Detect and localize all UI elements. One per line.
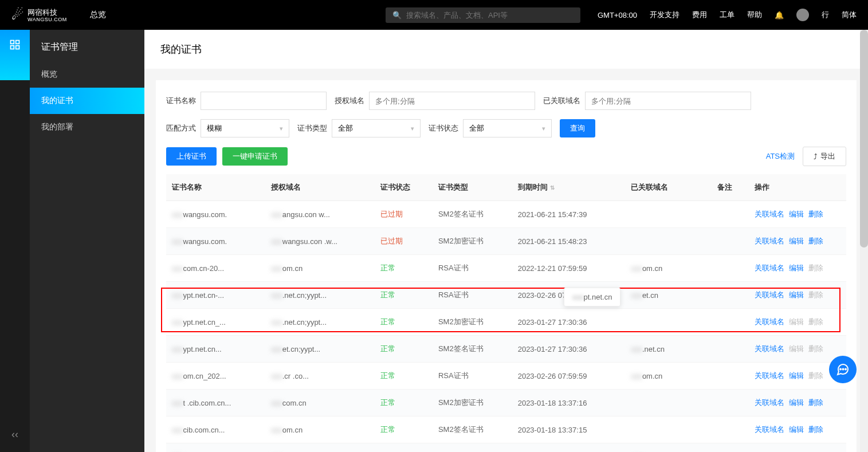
export-button[interactable]: ⤴ 导出 bbox=[803, 147, 846, 166]
collapse-icon[interactable]: ‹‹ bbox=[11, 429, 18, 441]
link-domain-action[interactable]: 关联域名 bbox=[755, 290, 784, 299]
table-row: xxxwangsu.com.xxxangsu.con w...已过期SM2签名证… bbox=[166, 201, 846, 228]
edit-action[interactable]: 编辑 bbox=[789, 425, 804, 434]
fee-link[interactable]: 费用 bbox=[692, 10, 707, 20]
table-row: xxxypt.net.cn-...xxx.net.cn;yypt...正常RSA… bbox=[166, 282, 846, 309]
chevron-down-icon: ▾ bbox=[542, 125, 545, 132]
link-domain-action[interactable]: 关联域名 bbox=[755, 371, 784, 380]
cert-table: 证书名称 授权域名 证书状态 证书类型 到期时间⇅ 已关联域名 备注 操作 xx… bbox=[166, 174, 846, 452]
page-title: 我的证书 bbox=[144, 30, 868, 69]
user-label[interactable]: 行 bbox=[822, 10, 829, 20]
chevron-down-icon: ▾ bbox=[280, 125, 283, 132]
tooltip: xxxpt.net.cn bbox=[564, 288, 620, 306]
chevron-down-icon: ▾ bbox=[411, 125, 414, 132]
primary-sidebar: ‹‹ bbox=[0, 30, 30, 452]
edit-action[interactable]: 编辑 bbox=[789, 398, 804, 407]
link-domain-action[interactable]: 关联域名 bbox=[755, 237, 784, 245]
edit-action[interactable]: 编辑 bbox=[789, 290, 804, 299]
ticket-link[interactable]: 工单 bbox=[720, 10, 735, 20]
svg-point-4 bbox=[840, 369, 841, 370]
chat-fab[interactable] bbox=[829, 356, 857, 383]
search-input[interactable] bbox=[406, 11, 574, 19]
svg-rect-2 bbox=[11, 46, 14, 49]
delete-action[interactable]: 删除 bbox=[808, 371, 823, 380]
edit-action[interactable]: 编辑 bbox=[789, 210, 804, 218]
delete-action[interactable]: 删除 bbox=[808, 264, 823, 272]
logo-icon: ☄ bbox=[11, 7, 24, 23]
edit-action[interactable]: 编辑 bbox=[789, 264, 804, 272]
table-row: xxxwangsu.com.xxxwangsu.con .w...已过期SM2加… bbox=[166, 228, 846, 255]
content-card: 证书名称 授权域名 已关联域名 匹配方式 模糊 ▾ bbox=[156, 80, 857, 452]
table-row: xxxom.cn_202...xxx.cr .co...正常RSA证书2023-… bbox=[166, 363, 846, 390]
nav-title: 证书管理 bbox=[30, 30, 144, 61]
edit-action[interactable]: 编辑 bbox=[789, 237, 804, 245]
label-auth-domain: 授权域名 bbox=[335, 96, 364, 106]
timezone[interactable]: GMT+08:00 bbox=[598, 11, 637, 19]
delete-action[interactable]: 删除 bbox=[808, 344, 823, 353]
bell-icon[interactable]: 🔔 bbox=[775, 11, 784, 19]
apps-icon[interactable] bbox=[9, 39, 21, 50]
svg-point-5 bbox=[843, 369, 844, 370]
link-domain-action[interactable]: 关联域名 bbox=[755, 210, 784, 218]
sidebar-item-my-certs[interactable]: 我的证书 bbox=[30, 88, 144, 114]
brand-domain: WANGSU.COM bbox=[28, 17, 67, 22]
table-row: xxxcom.cn-20...xxxom.cn正常RSA证书2022-12-21… bbox=[166, 255, 846, 282]
sidebar-item-my-deploy[interactable]: 我的部署 bbox=[30, 114, 144, 140]
th-status[interactable]: 证书状态 bbox=[375, 174, 433, 201]
svg-rect-3 bbox=[16, 46, 19, 49]
top-header: ☄ 网宿科技 WANGSU.COM 总览 🔍 GMT+08:00 开发支持 费用… bbox=[0, 0, 868, 30]
input-linked-domain[interactable] bbox=[585, 92, 751, 110]
edit-action[interactable]: 编辑 bbox=[789, 317, 804, 326]
delete-action[interactable]: 删除 bbox=[808, 425, 823, 434]
label-linked-domain: 已关联域名 bbox=[543, 96, 580, 106]
th-domain[interactable]: 授权域名 bbox=[265, 174, 375, 201]
sidebar-item-overview[interactable]: 概览 bbox=[30, 61, 144, 88]
th-name[interactable]: 证书名称 bbox=[166, 174, 265, 201]
link-domain-action[interactable]: 关联域名 bbox=[755, 398, 784, 407]
nav-overview[interactable]: 总览 bbox=[90, 10, 106, 20]
one-click-apply-button[interactable]: 一键申请证书 bbox=[222, 147, 288, 166]
query-button[interactable]: 查询 bbox=[560, 119, 595, 137]
th-linked[interactable]: 已关联域名 bbox=[625, 174, 712, 201]
label-cert-type: 证书类型 bbox=[297, 123, 327, 133]
input-cert-name[interactable] bbox=[201, 92, 327, 110]
lang-switch[interactable]: 简体 bbox=[842, 10, 857, 20]
link-domain-action[interactable]: 关联域名 bbox=[755, 264, 784, 272]
svg-rect-0 bbox=[11, 41, 14, 44]
th-type[interactable]: 证书类型 bbox=[433, 174, 512, 201]
avatar[interactable] bbox=[796, 9, 809, 21]
table-row: xxxcib.com.cn...xxxom.cn正常SM2签名证书2023-01… bbox=[166, 416, 846, 443]
svg-point-6 bbox=[845, 369, 846, 370]
edit-action[interactable]: 编辑 bbox=[789, 371, 804, 380]
header-right: GMT+08:00 开发支持 费用 工单 帮助 🔔 行 简体 bbox=[598, 9, 857, 21]
main-content: 我的证书 证书名称 授权域名 已关联域名 匹配 bbox=[144, 30, 868, 452]
upload-cert-button[interactable]: 上传证书 bbox=[166, 147, 217, 166]
delete-action[interactable]: 删除 bbox=[808, 237, 823, 245]
th-ops[interactable]: 操作 bbox=[749, 174, 846, 201]
link-domain-action[interactable]: 关联域名 bbox=[755, 344, 784, 353]
logo[interactable]: ☄ 网宿科技 WANGSU.COM bbox=[11, 7, 67, 23]
scrollbar-track[interactable] bbox=[860, 30, 868, 452]
th-expire[interactable]: 到期时间⇅ bbox=[512, 174, 626, 201]
edit-action[interactable]: 编辑 bbox=[789, 344, 804, 353]
svg-rect-1 bbox=[16, 41, 19, 44]
scrollbar-thumb[interactable] bbox=[860, 30, 868, 247]
label-match-mode: 匹配方式 bbox=[166, 123, 196, 133]
help-link[interactable]: 帮助 bbox=[747, 10, 762, 20]
delete-action[interactable]: 删除 bbox=[808, 290, 823, 299]
link-domain-action[interactable]: 关联域名 bbox=[755, 317, 784, 326]
th-remark[interactable]: 备注 bbox=[712, 174, 749, 201]
link-domain-action[interactable]: 关联域名 bbox=[755, 425, 784, 434]
dev-support-link[interactable]: 开发支持 bbox=[650, 10, 680, 20]
delete-action[interactable]: 删除 bbox=[808, 317, 823, 326]
delete-action[interactable]: 删除 bbox=[808, 398, 823, 407]
global-search[interactable]: 🔍 bbox=[386, 7, 580, 23]
input-auth-domain[interactable] bbox=[369, 92, 535, 110]
delete-action[interactable]: 删除 bbox=[808, 210, 823, 218]
select-cert-status[interactable]: 全部 ▾ bbox=[463, 119, 552, 137]
select-match-mode[interactable]: 模糊 ▾ bbox=[201, 119, 289, 137]
table-row: xxxypt.net.cn_...xxx.net.cn;yypt...正常SM2… bbox=[166, 309, 846, 336]
select-cert-type[interactable]: 全部 ▾ bbox=[332, 119, 421, 137]
label-cert-name: 证书名称 bbox=[166, 96, 196, 106]
ats-check-link[interactable]: ATS检测 bbox=[766, 151, 795, 162]
